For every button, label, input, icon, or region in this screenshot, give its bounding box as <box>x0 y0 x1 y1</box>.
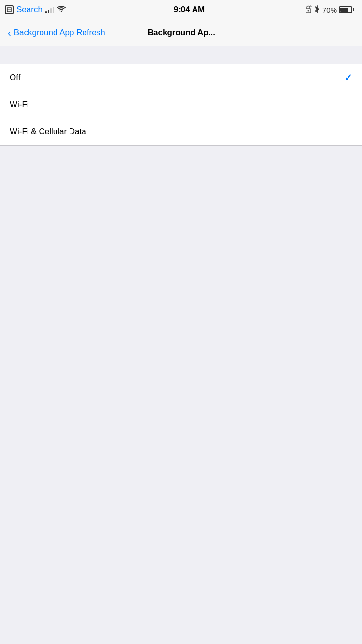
option-wifi-cellular-label: Wi-Fi & Cellular Data <box>10 127 86 137</box>
back-button[interactable]: ‹ Background App Refresh <box>8 28 105 38</box>
status-time: 9:04 AM <box>174 5 205 14</box>
option-off-label: Off <box>10 73 20 83</box>
battery-percentage: 70% <box>322 6 337 14</box>
battery-indicator: 70% <box>322 6 354 14</box>
signal-bars-icon <box>45 6 54 13</box>
status-left: Search <box>5 5 82 14</box>
options-list: Off ✓ Wi-Fi Wi-Fi & Cellular Data <box>0 64 362 146</box>
svg-line-4 <box>310 6 311 7</box>
background-fill <box>0 146 362 644</box>
status-search-label: Search <box>16 5 42 14</box>
back-label: Background App Refresh <box>14 28 105 38</box>
option-wifi[interactable]: Wi-Fi <box>0 91 362 118</box>
option-wifi-cellular[interactable]: Wi-Fi & Cellular Data <box>0 118 362 145</box>
option-wifi-label: Wi-Fi <box>10 100 29 110</box>
checkmark-icon: ✓ <box>344 72 352 84</box>
option-off[interactable]: Off ✓ <box>0 64 362 91</box>
app-icon <box>5 5 14 14</box>
status-right: 70% <box>296 5 354 14</box>
back-chevron-icon: ‹ <box>8 28 11 38</box>
section-gap-top <box>0 46 362 64</box>
orientation-lock-icon <box>305 5 312 14</box>
status-bar: Search 9:04 AM <box>0 0 362 19</box>
battery-icon <box>339 6 354 13</box>
nav-bar: ‹ Background App Refresh Background Ap..… <box>0 19 362 46</box>
svg-point-3 <box>307 10 309 11</box>
bluetooth-icon <box>315 5 320 14</box>
nav-title: Background Ap... <box>105 28 354 38</box>
wifi-icon <box>57 6 66 14</box>
